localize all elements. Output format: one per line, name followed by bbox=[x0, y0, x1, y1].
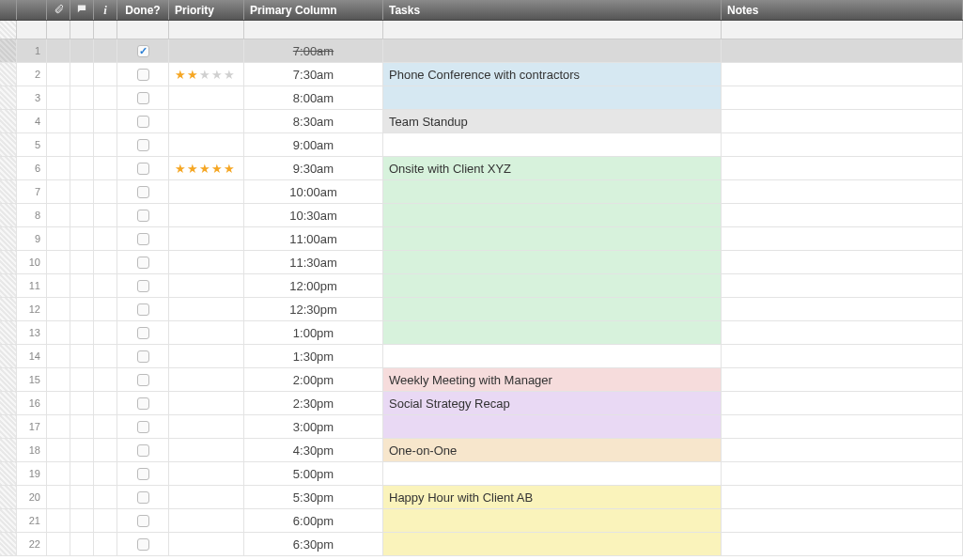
notes-cell[interactable] bbox=[722, 39, 963, 62]
filter-primary[interactable] bbox=[244, 21, 383, 39]
primary-cell[interactable]: 9:00am bbox=[244, 133, 383, 156]
table-row[interactable]: 2★★★★★7:30amPhone Conference with contra… bbox=[0, 63, 963, 86]
table-row[interactable]: 1112:00pm bbox=[0, 274, 963, 298]
table-row[interactable]: 911:00am bbox=[0, 227, 963, 251]
done-header[interactable]: Done? bbox=[117, 0, 169, 20]
done-checkbox[interactable] bbox=[137, 444, 149, 457]
row-number[interactable]: 11 bbox=[17, 274, 47, 297]
tasks-cell[interactable] bbox=[383, 345, 722, 367]
comment-header[interactable] bbox=[70, 0, 94, 20]
filter-comment[interactable] bbox=[70, 21, 94, 39]
attachment-cell[interactable] bbox=[47, 533, 70, 555]
attachment-cell[interactable] bbox=[47, 298, 70, 320]
attachment-cell[interactable] bbox=[47, 227, 70, 250]
tasks-cell[interactable]: Happy Hour with Client AB bbox=[383, 486, 722, 508]
tasks-cell[interactable] bbox=[383, 462, 722, 485]
priority-cell[interactable] bbox=[169, 392, 244, 414]
attachment-cell[interactable] bbox=[47, 415, 70, 438]
row-number[interactable]: 14 bbox=[17, 345, 47, 367]
priority-cell[interactable] bbox=[169, 533, 244, 555]
info-cell[interactable] bbox=[94, 321, 117, 344]
info-cell[interactable] bbox=[94, 274, 117, 297]
row-number[interactable]: 5 bbox=[17, 133, 47, 156]
row-number[interactable]: 2 bbox=[17, 63, 47, 86]
priority-cell[interactable] bbox=[169, 439, 244, 461]
filter-priority[interactable] bbox=[169, 21, 244, 39]
table-row[interactable]: 1011:30am bbox=[0, 251, 963, 274]
table-row[interactable]: 216:00pm bbox=[0, 509, 963, 533]
priority-header[interactable]: Priority bbox=[169, 0, 244, 20]
notes-cell[interactable] bbox=[722, 251, 963, 273]
notes-cell[interactable] bbox=[722, 86, 963, 109]
notes-cell[interactable] bbox=[722, 180, 963, 203]
info-cell[interactable] bbox=[94, 251, 117, 273]
notes-cell[interactable] bbox=[722, 298, 963, 320]
attachment-cell[interactable] bbox=[47, 86, 70, 109]
tasks-cell[interactable] bbox=[383, 509, 722, 532]
priority-cell[interactable] bbox=[169, 204, 244, 226]
primary-cell[interactable]: 6:30pm bbox=[244, 533, 383, 555]
row-handle[interactable] bbox=[0, 204, 17, 226]
table-row[interactable]: 6★★★★★9:30amOnsite with Client XYZ bbox=[0, 157, 963, 180]
comment-cell[interactable] bbox=[70, 63, 94, 86]
done-checkbox[interactable] bbox=[137, 303, 149, 316]
row-number[interactable]: 9 bbox=[17, 227, 47, 250]
done-checkbox[interactable] bbox=[137, 491, 149, 504]
primary-cell[interactable]: 11:30am bbox=[244, 251, 383, 273]
primary-cell[interactable]: 2:30pm bbox=[244, 392, 383, 414]
tasks-cell[interactable] bbox=[383, 321, 722, 344]
row-number[interactable]: 15 bbox=[17, 368, 47, 391]
primary-cell[interactable]: 8:30am bbox=[244, 110, 383, 132]
notes-header[interactable]: Notes bbox=[722, 0, 963, 20]
row-number[interactable]: 4 bbox=[17, 110, 47, 132]
priority-cell[interactable] bbox=[169, 486, 244, 508]
done-cell[interactable] bbox=[117, 439, 169, 461]
primary-cell[interactable]: 5:30pm bbox=[244, 486, 383, 508]
tasks-cell[interactable] bbox=[383, 533, 722, 555]
row-handle[interactable] bbox=[0, 368, 17, 391]
attachment-cell[interactable] bbox=[47, 486, 70, 508]
primary-cell[interactable]: 3:00pm bbox=[244, 415, 383, 438]
table-row[interactable]: 152:00pmWeekly Meeting with Manager bbox=[0, 368, 963, 392]
info-cell[interactable] bbox=[94, 133, 117, 156]
tasks-header[interactable]: Tasks bbox=[383, 0, 722, 20]
tasks-cell[interactable] bbox=[383, 39, 722, 62]
tasks-cell[interactable]: Phone Conference with contractors bbox=[383, 63, 722, 86]
notes-cell[interactable] bbox=[722, 157, 963, 179]
info-cell[interactable] bbox=[94, 439, 117, 461]
priority-cell[interactable] bbox=[169, 227, 244, 250]
done-cell[interactable] bbox=[117, 321, 169, 344]
notes-cell[interactable] bbox=[722, 439, 963, 461]
row-handle[interactable] bbox=[0, 462, 17, 485]
done-cell[interactable] bbox=[117, 368, 169, 391]
done-checkbox[interactable] bbox=[137, 397, 149, 410]
attachment-cell[interactable] bbox=[47, 110, 70, 132]
info-cell[interactable] bbox=[94, 533, 117, 555]
row-number[interactable]: 19 bbox=[17, 462, 47, 485]
row-number[interactable]: 22 bbox=[17, 533, 47, 555]
row-handle[interactable] bbox=[0, 486, 17, 508]
done-cell[interactable] bbox=[117, 86, 169, 109]
priority-cell[interactable] bbox=[169, 39, 244, 62]
row-handle[interactable] bbox=[0, 439, 17, 461]
row-handle[interactable] bbox=[0, 298, 17, 320]
info-cell[interactable] bbox=[94, 368, 117, 391]
comment-cell[interactable] bbox=[70, 86, 94, 109]
row-handle[interactable] bbox=[0, 274, 17, 297]
row-handle[interactable] bbox=[0, 509, 17, 532]
attachment-cell[interactable] bbox=[47, 509, 70, 532]
table-row[interactable]: 48:30amTeam Standup bbox=[0, 110, 963, 133]
info-header[interactable]: i bbox=[94, 0, 117, 20]
done-cell[interactable] bbox=[117, 251, 169, 273]
priority-stars[interactable]: ★★★★★ bbox=[175, 162, 235, 176]
row-handle[interactable] bbox=[0, 39, 17, 62]
info-cell[interactable] bbox=[94, 157, 117, 179]
table-row[interactable]: 17:00am bbox=[0, 39, 963, 63]
done-cell[interactable] bbox=[117, 298, 169, 320]
done-checkbox[interactable] bbox=[137, 257, 149, 269]
row-number-header[interactable] bbox=[17, 0, 47, 20]
row-number[interactable]: 16 bbox=[17, 392, 47, 414]
attachment-cell[interactable] bbox=[47, 133, 70, 156]
notes-cell[interactable] bbox=[722, 368, 963, 391]
comment-cell[interactable] bbox=[70, 227, 94, 250]
